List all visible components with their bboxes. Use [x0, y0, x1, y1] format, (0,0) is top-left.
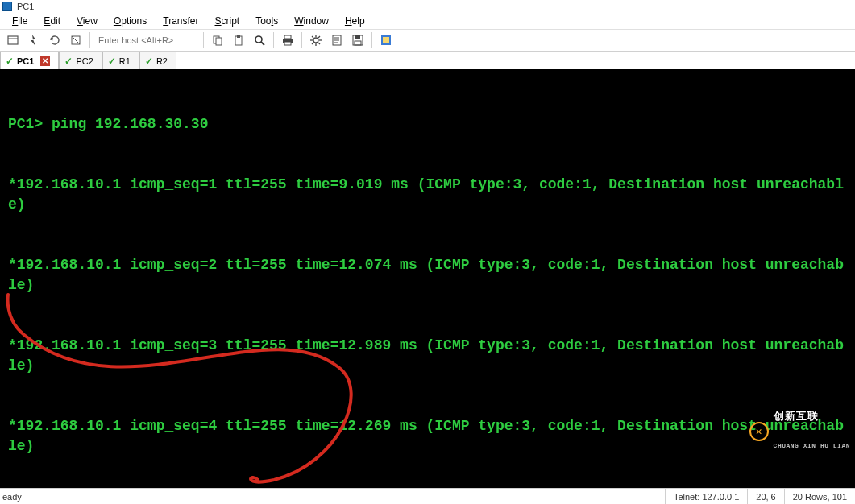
svg-point-10 — [255, 36, 262, 43]
menubar: File Edit View Options Transfer Script T… — [0, 13, 855, 29]
svg-line-5 — [72, 36, 80, 44]
menu-edit[interactable]: Edit — [35, 15, 68, 27]
tab-label: PC2 — [76, 56, 93, 66]
tab-r1[interactable]: ✓ R1 — [102, 52, 139, 69]
svg-line-21 — [318, 43, 320, 44]
paste-button[interactable] — [229, 31, 248, 50]
svg-rect-0 — [8, 36, 18, 44]
terminal-line: *192.168.10.1 icmp_seq=2 ttl=255 time=12… — [8, 255, 847, 295]
svg-rect-29 — [355, 35, 360, 39]
toolbar — [0, 29, 855, 52]
menu-tools[interactable]: Tools — [247, 15, 286, 27]
app-icon — [2, 2, 12, 11]
terminal[interactable]: PC1> ping 192.168.30.30 *192.168.10.1 ic… — [0, 69, 855, 488]
menu-script[interactable]: Script — [207, 15, 248, 27]
sessions-button[interactable] — [3, 31, 23, 50]
tab-label: R2 — [156, 56, 168, 66]
svg-rect-14 — [284, 42, 291, 45]
terminal-line: *192.168.10.1 icmp_seq=3 ttl=255 time=12… — [8, 336, 847, 376]
tab-bar: ✓ PC1 ✕ ✓ PC2 ✓ R1 ✓ R2 — [0, 52, 855, 69]
status-size: 20 Rows, 101 — [784, 489, 855, 504]
disconnect-button[interactable] — [66, 31, 85, 50]
save-button[interactable] — [348, 31, 367, 50]
status-ready: eady — [0, 492, 665, 502]
statusbar: eady Telnet: 127.0.0.1 20, 6 20 Rows, 10… — [0, 488, 855, 504]
svg-marker-2 — [31, 35, 35, 46]
menu-file[interactable]: File — [4, 15, 35, 27]
terminal-line: *192.168.10.1 icmp_seq=1 ttl=255 time=9.… — [8, 175, 847, 215]
status-cursor-pos: 20, 6 — [747, 489, 783, 504]
svg-rect-7 — [216, 38, 222, 45]
titlebar: PC1 — [0, 0, 855, 13]
watermark-logo-icon: ✕ — [749, 422, 769, 441]
copy-button[interactable] — [208, 31, 227, 50]
menu-help[interactable]: Help — [337, 15, 373, 27]
terminal-line: *192.168.10.1 icmp_seq=4 ttl=255 time=12… — [8, 416, 847, 456]
svg-line-11 — [261, 42, 264, 45]
watermark: ✕ 创新互联 CHUANG XIN HU LIAN — [749, 393, 850, 470]
svg-point-15 — [313, 38, 318, 43]
check-icon: ✓ — [145, 56, 153, 67]
separator — [301, 32, 302, 48]
check-icon: ✓ — [6, 56, 14, 67]
svg-line-23 — [318, 36, 320, 38]
tab-label: R1 — [119, 56, 131, 66]
find-button[interactable] — [250, 31, 269, 50]
reconnect-button[interactable] — [45, 31, 64, 50]
svg-line-20 — [312, 36, 313, 38]
svg-rect-32 — [383, 37, 389, 43]
svg-line-22 — [312, 43, 313, 44]
menu-options[interactable]: Options — [106, 15, 155, 27]
close-icon[interactable]: ✕ — [40, 56, 50, 66]
menu-transfer[interactable]: Transfer — [155, 15, 206, 27]
script-button[interactable] — [327, 31, 347, 50]
tab-pc2[interactable]: ✓ PC2 — [59, 52, 102, 69]
settings-button[interactable] — [306, 31, 326, 50]
quick-connect-button[interactable] — [24, 31, 44, 50]
svg-rect-30 — [355, 41, 361, 45]
check-icon: ✓ — [108, 56, 116, 67]
help-button[interactable] — [376, 31, 396, 50]
svg-rect-12 — [284, 35, 291, 39]
watermark-text: 创新互联 CHUANG XIN HU LIAN — [774, 393, 850, 470]
terminal-line: PC1> ping 192.168.30.30 — [8, 114, 847, 134]
svg-rect-9 — [237, 35, 240, 38]
print-button[interactable] — [278, 31, 297, 50]
tab-pc1[interactable]: ✓ PC1 ✕ — [0, 52, 59, 69]
separator — [273, 32, 274, 48]
check-icon: ✓ — [64, 56, 73, 67]
separator — [89, 32, 90, 48]
annotation-circle — [0, 287, 371, 488]
tab-label: PC1 — [17, 56, 34, 66]
window-title: PC1 — [17, 2, 34, 11]
separator — [203, 32, 204, 48]
menu-view[interactable]: View — [68, 15, 106, 27]
separator — [371, 32, 372, 48]
host-input[interactable] — [94, 32, 199, 48]
status-telnet: Telnet: 127.0.0.1 — [665, 489, 747, 504]
menu-window[interactable]: Window — [286, 15, 337, 27]
tab-r2[interactable]: ✓ R2 — [139, 52, 176, 69]
